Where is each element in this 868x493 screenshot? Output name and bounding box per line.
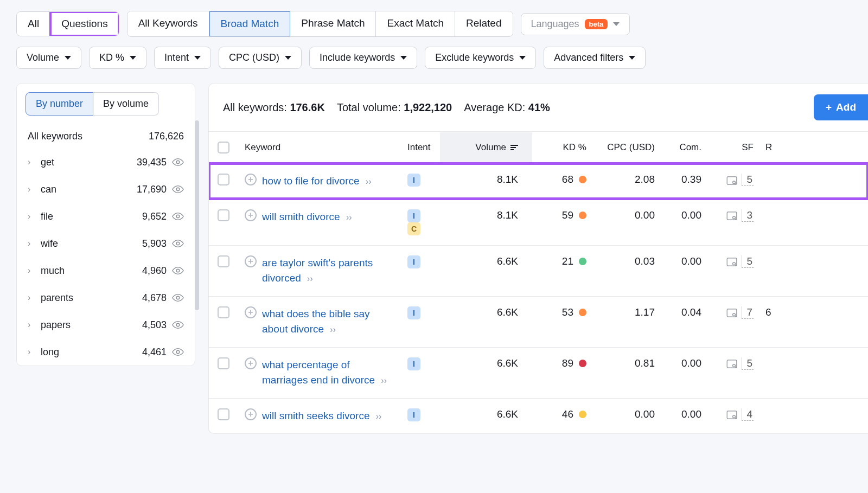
cell-intent: I xyxy=(401,246,440,278)
add-button[interactable]: +Add xyxy=(814,94,868,120)
double-chevron-icon[interactable]: ›› xyxy=(381,376,387,385)
tab-questions[interactable]: Questions xyxy=(50,12,119,36)
serp-features-icon[interactable] xyxy=(726,410,737,419)
languages-dropdown[interactable]: Languages beta xyxy=(521,13,630,35)
tab-all-keywords[interactable]: All Keywords xyxy=(127,11,209,36)
kd-dot-icon xyxy=(579,360,586,367)
col-com[interactable]: Com. xyxy=(661,132,708,163)
table-row: +what does the bible say about divorce ›… xyxy=(209,296,868,347)
filter-include-keywords[interactable]: Include keywords xyxy=(309,47,417,69)
select-all-checkbox[interactable] xyxy=(218,142,229,153)
table-body: +how to file for divorce ››I8.1K682.080.… xyxy=(209,163,868,433)
cell-r xyxy=(759,200,775,219)
col-kd[interactable]: KD % xyxy=(532,132,596,163)
svg-point-1 xyxy=(176,188,180,191)
double-chevron-icon[interactable]: ›› xyxy=(366,177,372,186)
row-checkbox[interactable] xyxy=(218,174,229,185)
row-checkbox[interactable] xyxy=(218,209,229,221)
cell-intent: I xyxy=(401,348,440,380)
keyword-link[interactable]: what percentage of marriages end in divo… xyxy=(262,359,375,386)
double-chevron-icon[interactable]: ›› xyxy=(346,213,352,222)
col-r[interactable]: R xyxy=(759,132,778,163)
plus-icon: + xyxy=(826,101,832,113)
double-chevron-icon[interactable]: ›› xyxy=(330,325,336,334)
chevron-right-icon: › xyxy=(28,157,35,167)
table-header: Keyword Intent Volume KD % CPC (USD) Com… xyxy=(209,131,868,163)
serp-features-icon[interactable] xyxy=(726,257,737,266)
col-intent[interactable]: Intent xyxy=(401,132,440,163)
eye-icon[interactable] xyxy=(172,292,184,304)
eye-icon[interactable] xyxy=(172,238,184,249)
sidebar-item-long[interactable]: ›long4,461 xyxy=(17,338,195,366)
chevron-right-icon: › xyxy=(28,320,35,330)
double-chevron-icon[interactable]: ›› xyxy=(376,412,382,421)
sidebar-item-can[interactable]: ›can17,690 xyxy=(17,176,195,203)
tab-phrase-match[interactable]: Phrase Match xyxy=(290,11,376,36)
keyword-link[interactable]: will smith seeks divorce xyxy=(262,410,370,421)
filter-advanced-filters[interactable]: Advanced filters xyxy=(544,47,646,69)
serp-features-icon[interactable] xyxy=(726,211,737,220)
summary-bar: All keywords: 176.6K Total volume: 1,922… xyxy=(209,84,868,131)
filter-exclude-keywords[interactable]: Exclude keywords xyxy=(425,47,536,69)
beta-badge: beta xyxy=(585,19,608,29)
keyword-link[interactable]: are taylor swift's parents divorced xyxy=(262,257,373,284)
cell-r: 6 xyxy=(759,297,778,328)
filter-kd-[interactable]: KD % xyxy=(89,47,146,69)
row-checkbox[interactable] xyxy=(218,255,229,267)
row-checkbox[interactable] xyxy=(218,357,229,369)
keyword-link[interactable]: what does the bible say about divorce xyxy=(262,308,370,335)
expand-icon[interactable]: + xyxy=(245,209,257,221)
sidebar-item-wife[interactable]: ›wife5,903 xyxy=(17,230,195,257)
kd-dot-icon xyxy=(579,212,586,219)
filter-cpc-usd-[interactable]: CPC (USD) xyxy=(219,47,302,69)
tab-related[interactable]: Related xyxy=(455,11,513,36)
keyword-link[interactable]: will smith divorce xyxy=(262,211,340,222)
tab-broad-match[interactable]: Broad Match xyxy=(209,11,291,36)
col-sf[interactable]: SF xyxy=(708,132,759,163)
serp-features-icon[interactable] xyxy=(726,308,737,317)
tab-exact-match[interactable]: Exact Match xyxy=(376,11,455,36)
expand-icon[interactable]: + xyxy=(245,357,257,369)
kd-dot-icon xyxy=(579,258,586,265)
expand-icon[interactable]: + xyxy=(245,255,257,267)
table-row: +how to file for divorce ››I8.1K682.080.… xyxy=(209,163,868,199)
eye-icon[interactable] xyxy=(172,346,184,358)
serp-features-icon[interactable] xyxy=(726,359,737,368)
chevron-down-icon xyxy=(285,56,291,60)
side-tab-by-volume[interactable]: By volume xyxy=(93,92,159,116)
double-chevron-icon[interactable]: ›› xyxy=(307,274,313,283)
keyword-link[interactable]: how to file for divorce xyxy=(262,175,360,187)
expand-icon[interactable]: + xyxy=(245,174,257,185)
eye-icon[interactable] xyxy=(172,210,184,222)
eye-icon[interactable] xyxy=(172,265,184,277)
sidebar-item-get[interactable]: ›get39,435 xyxy=(17,149,195,176)
eye-icon[interactable] xyxy=(172,183,184,195)
eye-icon[interactable] xyxy=(172,319,184,331)
cell-sf: 5 xyxy=(708,348,759,380)
side-tab-by-number[interactable]: By number xyxy=(25,92,93,116)
row-checkbox[interactable] xyxy=(218,408,229,420)
filter-intent[interactable]: Intent xyxy=(154,47,211,69)
chevron-down-icon xyxy=(629,56,635,60)
expand-icon[interactable]: + xyxy=(245,408,257,420)
sidebar-item-much[interactable]: ›much4,960 xyxy=(17,257,195,284)
sidebar-item-file[interactable]: ›file9,652 xyxy=(17,203,195,230)
tab-all[interactable]: All xyxy=(17,12,50,36)
sidebar-item-papers[interactable]: ›papers4,503 xyxy=(17,311,195,338)
sidebar-item-parents[interactable]: ›parents4,678 xyxy=(17,284,195,311)
serp-features-icon[interactable] xyxy=(726,176,737,184)
cell-volume: 6.6K xyxy=(440,399,532,430)
cell-kd: 46 xyxy=(532,399,596,430)
summary-total-volume: Total volume: 1,922,120 xyxy=(337,101,452,114)
chevron-right-icon: › xyxy=(28,239,35,248)
col-cpc[interactable]: CPC (USD) xyxy=(596,132,661,163)
filter-volume[interactable]: Volume xyxy=(16,47,81,69)
row-checkbox[interactable] xyxy=(218,306,229,318)
scrollbar[interactable] xyxy=(195,120,199,310)
svg-point-6 xyxy=(176,323,180,326)
cell-cpc: 0.00 xyxy=(596,200,661,231)
col-volume[interactable]: Volume xyxy=(440,132,532,163)
col-keyword[interactable]: Keyword xyxy=(238,132,401,163)
eye-icon[interactable] xyxy=(172,156,184,168)
expand-icon[interactable]: + xyxy=(245,306,257,318)
